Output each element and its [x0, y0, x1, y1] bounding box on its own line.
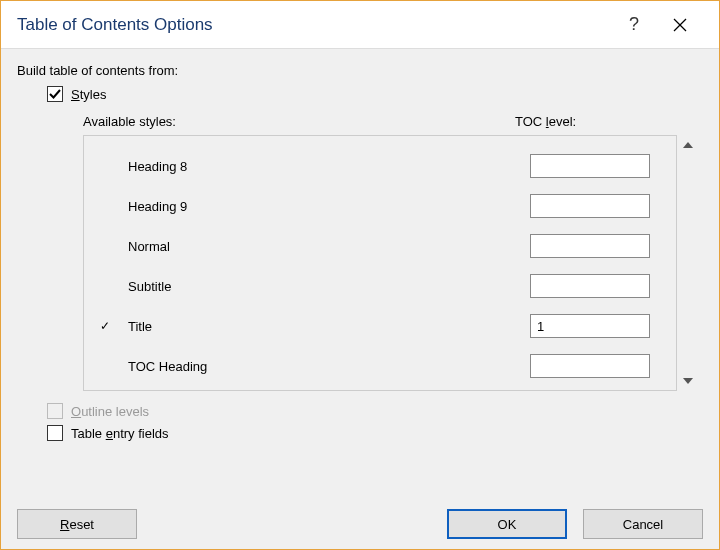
- client-area: Build table of contents from: Styles Ava…: [1, 49, 719, 549]
- help-button[interactable]: ?: [611, 9, 657, 41]
- list-headers: Available styles: TOC level:: [83, 114, 683, 129]
- available-styles-header: Available styles:: [83, 114, 515, 129]
- list-item: Subtitle: [100, 266, 660, 306]
- button-bar: Reset OK Cancel: [17, 509, 703, 539]
- chevron-up-icon: [683, 142, 693, 148]
- cancel-button[interactable]: Cancel: [583, 509, 703, 539]
- style-name: TOC Heading: [124, 359, 530, 374]
- toc-level-input[interactable]: [530, 154, 650, 178]
- styles-checkbox[interactable]: [47, 86, 63, 102]
- outline-levels-label: Outline levels: [71, 404, 149, 419]
- style-name: Heading 9: [124, 199, 530, 214]
- styles-list[interactable]: Heading 8 Heading 9 Normal Subtitle ✓ Ti…: [83, 135, 677, 391]
- outline-levels-row: Outline levels: [47, 403, 703, 419]
- list-item: Normal: [100, 226, 660, 266]
- build-from-label: Build table of contents from:: [17, 63, 703, 78]
- list-item: TOC Heading: [100, 346, 660, 386]
- table-entry-fields-label: Table entry fields: [71, 426, 169, 441]
- toc-level-header: TOC level:: [515, 114, 683, 129]
- bottom-checks: Outline levels Table entry fields: [17, 403, 703, 441]
- checkmark-icon: [49, 88, 61, 100]
- close-icon: [673, 18, 687, 32]
- style-tick: ✓: [100, 319, 124, 333]
- style-name: Title: [124, 319, 530, 334]
- table-entry-fields-checkbox[interactable]: [47, 425, 63, 441]
- toc-level-input[interactable]: [530, 314, 650, 338]
- list-item: Heading 9: [100, 186, 660, 226]
- outline-levels-checkbox: [47, 403, 63, 419]
- toc-level-input[interactable]: [530, 234, 650, 258]
- titlebar: Table of Contents Options ?: [1, 1, 719, 49]
- toc-level-input[interactable]: [530, 354, 650, 378]
- reset-button[interactable]: Reset: [17, 509, 137, 539]
- scroll-up-button[interactable]: [678, 135, 698, 155]
- style-name: Normal: [124, 239, 530, 254]
- chevron-down-icon: [683, 378, 693, 384]
- style-name: Subtitle: [124, 279, 530, 294]
- list-item: ✓ Title: [100, 306, 660, 346]
- toc-level-input[interactable]: [530, 194, 650, 218]
- style-name: Heading 8: [124, 159, 530, 174]
- list-item: Heading 8: [100, 146, 660, 186]
- toc-level-input[interactable]: [530, 274, 650, 298]
- styles-label: Styles: [71, 87, 106, 102]
- close-button[interactable]: [657, 9, 703, 41]
- table-entry-fields-row: Table entry fields: [47, 425, 703, 441]
- styles-list-wrap: Heading 8 Heading 9 Normal Subtitle ✓ Ti…: [83, 135, 699, 391]
- styles-checkbox-row: Styles: [47, 86, 703, 102]
- scrollbar[interactable]: [677, 135, 699, 391]
- ok-button[interactable]: OK: [447, 509, 567, 539]
- scroll-down-button[interactable]: [678, 371, 698, 391]
- dialog-title: Table of Contents Options: [17, 15, 611, 35]
